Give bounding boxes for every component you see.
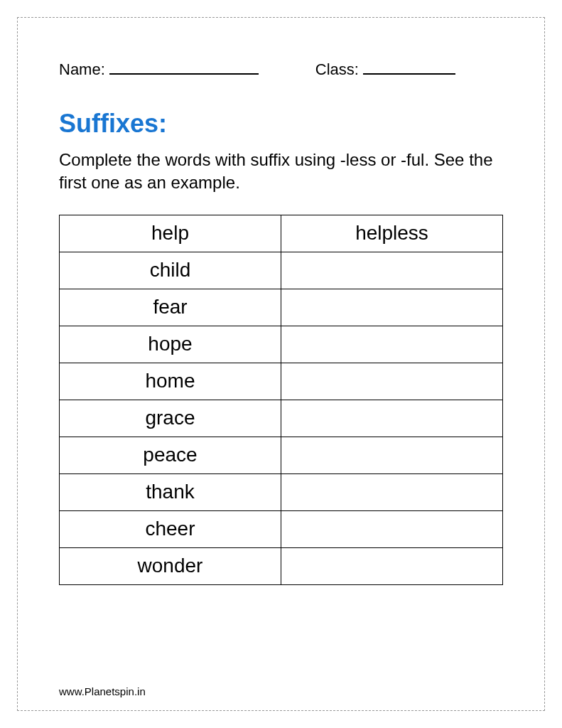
- name-input-line[interactable]: [109, 59, 259, 75]
- word-cell: thank: [60, 473, 281, 510]
- footer-url: www.Planetspin.in: [59, 685, 146, 697]
- answer-cell[interactable]: [281, 252, 503, 289]
- word-cell: grace: [60, 400, 281, 437]
- word-cell: child: [60, 252, 281, 289]
- word-cell: help: [60, 215, 281, 252]
- answer-cell[interactable]: [281, 363, 503, 400]
- table-row: thank: [60, 473, 503, 510]
- class-field: Class:: [315, 59, 455, 79]
- word-cell: cheer: [60, 510, 281, 547]
- worksheet-title: Suffixes:: [59, 109, 503, 139]
- answer-cell[interactable]: [281, 289, 503, 326]
- suffix-table: help helpless child fear hope home grace: [59, 215, 503, 585]
- table-row: wonder: [60, 547, 503, 584]
- word-cell: home: [60, 363, 281, 400]
- table-row: hope: [60, 326, 503, 363]
- table-row: fear: [60, 289, 503, 326]
- word-cell: peace: [60, 437, 281, 473]
- table-row: home: [60, 363, 503, 400]
- word-cell: hope: [60, 326, 281, 363]
- word-cell: fear: [60, 289, 281, 326]
- answer-cell[interactable]: [281, 437, 503, 473]
- answer-cell[interactable]: [281, 326, 503, 363]
- worksheet-page: Name: Class: Suffixes: Complete the word…: [17, 17, 545, 711]
- answer-cell[interactable]: [281, 473, 503, 510]
- table-row: grace: [60, 400, 503, 437]
- name-field: Name:: [59, 59, 259, 79]
- answer-cell[interactable]: [281, 547, 503, 584]
- table-row: peace: [60, 437, 503, 473]
- table-row: child: [60, 252, 503, 289]
- word-cell: wonder: [60, 547, 281, 584]
- answer-cell[interactable]: helpless: [281, 215, 503, 252]
- name-label: Name:: [59, 60, 105, 79]
- class-input-line[interactable]: [363, 59, 455, 75]
- header-row: Name: Class:: [59, 59, 503, 79]
- answer-cell[interactable]: [281, 400, 503, 437]
- class-label: Class:: [315, 60, 359, 79]
- worksheet-instructions: Complete the words with suffix using -le…: [59, 149, 503, 195]
- answer-cell[interactable]: [281, 510, 503, 547]
- table-row: cheer: [60, 510, 503, 547]
- table-row: help helpless: [60, 215, 503, 252]
